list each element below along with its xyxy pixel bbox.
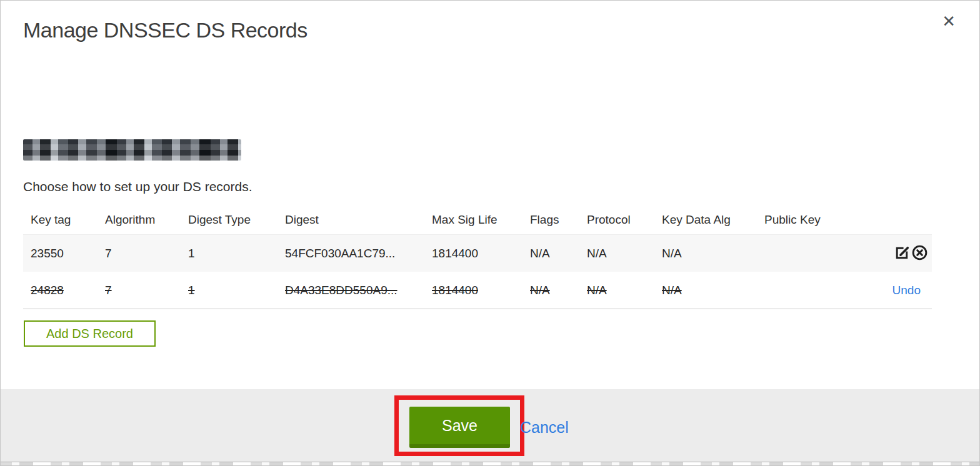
redacted-domain-name	[23, 139, 241, 161]
cell-key-tag: 24828	[23, 284, 98, 297]
table-row-active: 23550 7 1 54FCF030AA1C79... 1814400 N/A …	[23, 234, 932, 272]
cell-actions: Undo	[851, 284, 932, 297]
col-header-public-key: Public Key	[757, 213, 851, 227]
col-header-digest: Digest	[278, 213, 424, 227]
cell-actions	[851, 244, 932, 263]
cell-flags: N/A	[522, 247, 579, 260]
instruction-text: Choose how to set up your DS records.	[23, 179, 252, 194]
delete-record-button[interactable]	[911, 244, 928, 263]
cell-max-sig-life: 1814400	[424, 247, 522, 260]
cancel-link[interactable]: Cancel	[520, 419, 569, 437]
col-header-key-tag: Key tag	[23, 213, 98, 227]
cell-key-data-alg: N/A	[654, 284, 757, 297]
delete-icon	[911, 244, 928, 263]
cell-digest: 54FCF030AA1C79...	[278, 247, 424, 260]
cell-key-data-alg: N/A	[654, 247, 757, 260]
add-ds-record-button[interactable]: Add DS Record	[24, 320, 156, 347]
ds-records-table: Key tag Algorithm Digest Type Digest Max…	[23, 206, 932, 309]
save-button[interactable]: Save	[409, 407, 510, 448]
col-header-digest-type: Digest Type	[181, 213, 278, 227]
col-header-max-sig-life: Max Sig Life	[424, 213, 522, 227]
cell-protocol: N/A	[579, 247, 654, 260]
cell-flags: N/A	[522, 284, 579, 297]
cell-digest-type: 1	[181, 284, 278, 297]
cell-digest-type: 1	[181, 247, 278, 260]
cell-protocol: N/A	[579, 284, 654, 297]
col-header-algorithm: Algorithm	[98, 213, 181, 227]
background-content-edge	[1, 462, 980, 465]
edit-record-button[interactable]	[894, 244, 911, 263]
page-title: Manage DNSSEC DS Records	[23, 18, 308, 42]
col-header-protocol: Protocol	[579, 213, 654, 227]
cell-algorithm: 7	[98, 284, 181, 297]
cell-algorithm: 7	[98, 247, 181, 260]
undo-link[interactable]: Undo	[892, 284, 928, 297]
close-icon[interactable]: ✕	[942, 13, 956, 29]
manage-dnssec-modal: Manage DNSSEC DS Records ✕ Choose how to…	[0, 0, 980, 466]
col-header-flags: Flags	[522, 213, 579, 227]
table-header-row: Key tag Algorithm Digest Type Digest Max…	[23, 206, 932, 234]
cell-max-sig-life: 1814400	[424, 284, 522, 297]
cell-digest: D4A33E8DD550A9...	[278, 284, 424, 297]
edit-icon	[894, 244, 911, 263]
cell-key-tag: 23550	[23, 247, 98, 260]
col-header-key-data-alg: Key Data Alg	[654, 213, 757, 227]
table-row-marked-deleted: 24828 7 1 D4A33E8DD550A9... 1814400 N/A …	[23, 272, 932, 309]
